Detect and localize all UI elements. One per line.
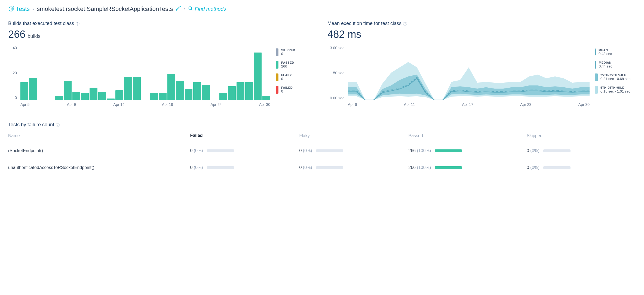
x-tick: Apr 5 <box>20 102 29 107</box>
column-header-failed[interactable]: Failed <box>190 133 203 142</box>
legend-label: SKIPPED <box>281 48 295 52</box>
legend-item[interactable]: FLAKY 0 <box>276 73 317 81</box>
builds-panel-title: Builds that executed test class <box>8 21 74 26</box>
bar[interactable] <box>176 81 184 100</box>
bar[interactable] <box>124 77 132 100</box>
legend-item[interactable]: 25TH-75TH %ILE 0.21 sec - 0.68 sec <box>595 73 636 81</box>
bar[interactable] <box>55 96 63 100</box>
column-header-passed[interactable]: Passed <box>408 133 423 138</box>
bar[interactable] <box>115 90 123 100</box>
bar[interactable] <box>133 77 141 100</box>
x-tick: Apr 23 <box>520 102 531 107</box>
y-tick: 3.00 sec <box>330 46 344 50</box>
help-icon[interactable]: ? <box>403 22 407 26</box>
svg-line-4 <box>191 9 193 10</box>
x-tick: Apr 9 <box>67 102 76 107</box>
breadcrumb: Tests › smoketest.rsocket.SampleRSocketA… <box>8 5 636 13</box>
metric-count: 0 <box>190 165 192 170</box>
metric-count: 266 <box>408 165 416 170</box>
builds-chart[interactable]: 40200 Apr 5Apr 9Apr 14Apr 19Apr 24Apr 30 <box>8 46 270 108</box>
legend-value: 0.15 sec - 1.01 sec <box>600 89 630 93</box>
legend-item[interactable]: SKIPPED 0 <box>276 48 317 56</box>
metric-count: 0 <box>299 148 302 153</box>
svg-point-2 <box>11 9 12 10</box>
table-row: unauthenticatedAccessToRSocketEndpoint()… <box>8 159 636 176</box>
bar[interactable] <box>219 93 227 100</box>
tests-table: NameFailedFlakyPassedSkipped rSocketEndp… <box>8 133 636 176</box>
bar[interactable] <box>20 82 28 100</box>
bar[interactable] <box>90 88 97 100</box>
column-header-name[interactable]: Name <box>8 133 20 138</box>
bar[interactable] <box>98 92 106 100</box>
bar[interactable] <box>185 89 193 100</box>
bar[interactable] <box>167 74 175 100</box>
metric-cell: 266 (100%) <box>408 165 526 170</box>
mini-bar <box>543 166 571 169</box>
y-tick: 20 <box>13 71 17 75</box>
x-tick: Apr 6 <box>348 102 357 107</box>
tests-link-label: Tests <box>16 5 30 13</box>
metric-pct: (0%) <box>530 148 539 153</box>
metric-count: 0 <box>527 148 529 153</box>
page-title: smoketest.rsocket.SampleRSocketApplicati… <box>37 5 173 13</box>
mini-bar <box>207 149 234 152</box>
x-tick: Apr 19 <box>162 102 173 107</box>
find-methods-label: Find methods <box>195 6 226 12</box>
metric-pct: (0%) <box>530 165 539 170</box>
column-header-flaky[interactable]: Flaky <box>299 133 309 138</box>
legend-swatch <box>595 61 596 69</box>
find-methods-link[interactable]: Find methods <box>188 6 226 12</box>
time-value: 482 ms <box>327 29 361 40</box>
x-tick: Apr 30 <box>578 102 590 107</box>
x-tick: Apr 14 <box>113 102 124 107</box>
legend-item[interactable]: FAILED 0 <box>276 86 317 94</box>
test-name[interactable]: rSocketEndpoint() <box>8 148 190 153</box>
bar[interactable] <box>254 53 262 100</box>
legend-label: FAILED <box>281 86 293 89</box>
bar[interactable] <box>262 96 270 100</box>
table-row: rSocketEndpoint() 0 (0%) 0 (0%) 266 (100… <box>8 142 636 159</box>
legend-swatch <box>595 73 598 81</box>
y-tick: 40 <box>13 46 17 50</box>
mini-bar <box>316 166 343 169</box>
time-chart[interactable]: 3.00 sec1.50 sec0.00 sec Apr 6Apr 11Apr … <box>327 46 590 108</box>
bar[interactable] <box>202 85 210 100</box>
legend-item[interactable]: MEDIAN 0.44 sec <box>595 61 636 69</box>
time-panel: Mean execution time for test class ? 482… <box>327 21 636 108</box>
legend-value: 266 <box>281 64 294 68</box>
legend-value: 0.48 sec <box>599 52 612 56</box>
legend-swatch <box>276 61 278 69</box>
column-header-skipped[interactable]: Skipped <box>527 133 542 138</box>
legend-label: 5TH-95TH %ILE <box>600 86 630 89</box>
bar[interactable] <box>29 78 37 100</box>
bar[interactable] <box>159 93 167 100</box>
bar[interactable] <box>150 93 158 100</box>
legend-label: FLAKY <box>281 73 292 77</box>
legend-item[interactable]: MEAN 0.48 sec <box>595 48 636 56</box>
tests-link[interactable]: Tests <box>8 5 30 13</box>
help-icon[interactable]: ? <box>76 22 79 26</box>
bar[interactable] <box>81 93 89 100</box>
metric-cell: 0 (0%) <box>527 165 636 170</box>
test-name[interactable]: unauthenticatedAccessToRSocketEndpoint() <box>8 165 190 170</box>
legend-value: 0.21 sec - 0.68 sec <box>600 77 630 81</box>
bar[interactable] <box>245 82 253 100</box>
bar[interactable] <box>237 82 244 100</box>
tests-header: NameFailedFlakyPassedSkipped <box>8 133 636 142</box>
bar[interactable] <box>72 92 80 100</box>
metric-count: 0 <box>190 148 192 153</box>
legend-label: MEDIAN <box>599 61 612 64</box>
legend-value: 0 <box>281 77 292 81</box>
help-icon[interactable]: ? <box>56 123 60 127</box>
x-tick: Apr 11 <box>404 102 415 107</box>
bar[interactable] <box>228 86 236 100</box>
edit-icon[interactable] <box>176 5 181 13</box>
bar[interactable] <box>107 99 115 100</box>
builds-count: 266 <box>8 29 25 40</box>
legend-item[interactable]: PASSED 266 <box>276 61 317 69</box>
legend-item[interactable]: 5TH-95TH %ILE 0.15 sec - 1.01 sec <box>595 86 636 94</box>
bar[interactable] <box>64 81 72 100</box>
legend-value: 0 <box>281 89 293 93</box>
bar[interactable] <box>193 82 201 100</box>
builds-legend: SKIPPED 0 PASSED 266 FLAKY 0 FAILED 0 <box>276 46 317 94</box>
